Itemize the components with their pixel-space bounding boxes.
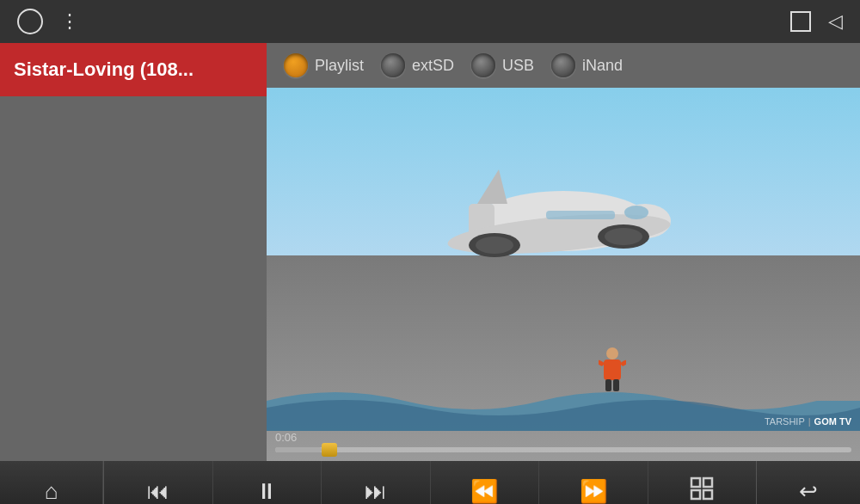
tab-playlist-label: Playlist	[315, 57, 364, 75]
watermark-gomtv: GOM TV	[814, 416, 851, 427]
next-button[interactable]: ⏭	[322, 461, 431, 504]
bottom-controls-bar: ⌂ ⏮ ⏸ ⏭ ⏪ ⏩ ↩	[0, 461, 860, 504]
prev-icon: ⏮	[147, 478, 169, 505]
forward-icon: ⏩	[580, 478, 607, 505]
tab-extsd-indicator	[381, 53, 405, 77]
progress-fill	[275, 447, 322, 452]
svg-rect-12	[604, 360, 621, 380]
back-nav-icon[interactable]: ◁	[828, 10, 843, 33]
pause-button[interactable]: ⏸	[213, 461, 322, 504]
home-button[interactable]: ⌂	[0, 461, 103, 504]
playback-controls-group: ⏮ ⏸ ⏭ ⏪ ⏩	[103, 461, 757, 504]
source-tabs: Playlist extSD USB iNand	[267, 43, 860, 88]
progress-area[interactable]: 0:06	[267, 429, 860, 452]
back-icon: ↩	[799, 478, 818, 505]
right-panel: Playlist extSD USB iNand	[267, 43, 860, 461]
svg-point-11	[606, 347, 618, 360]
video-area[interactable]: TARSHIP | GOM TV 0:06	[267, 88, 860, 461]
status-right: ◁	[790, 10, 843, 33]
airplane-silhouette	[400, 144, 727, 316]
active-playlist-item-label: Sistar-Loving (108...	[14, 58, 194, 80]
svg-point-10	[624, 206, 648, 219]
main-content: Sistar-Loving (108... Playlist extSD USB…	[0, 43, 860, 461]
svg-rect-20	[703, 490, 712, 499]
tab-usb-label: USB	[502, 57, 534, 75]
svg-rect-18	[703, 478, 712, 487]
svg-marker-3	[477, 169, 507, 204]
next-icon: ⏭	[365, 478, 387, 505]
active-playlist-item[interactable]: Sistar-Loving (108...	[0, 43, 267, 96]
svg-point-6	[476, 237, 513, 254]
square-icon[interactable]	[790, 11, 811, 32]
svg-point-8	[605, 228, 642, 245]
pause-icon: ⏸	[255, 478, 278, 505]
tab-usb[interactable]: USB	[471, 53, 534, 77]
tab-extsd-label: extSD	[412, 57, 454, 75]
rewind-icon: ⏪	[470, 478, 498, 505]
video-frame: TARSHIP | GOM TV 0:06	[267, 88, 860, 461]
progress-thumb[interactable]	[322, 443, 337, 457]
rewind-button[interactable]: ⏪	[431, 461, 540, 504]
tab-inand-label: iNand	[582, 57, 623, 75]
tab-inand-indicator	[551, 53, 575, 77]
tab-inand[interactable]: iNand	[551, 53, 623, 77]
svg-rect-19	[691, 490, 700, 499]
watermark-tarship: TARSHIP	[765, 416, 805, 427]
watermark: TARSHIP | GOM TV	[765, 416, 851, 427]
home-icon: ⌂	[45, 478, 58, 505]
circle-icon	[17, 9, 43, 34]
svg-rect-13	[599, 360, 605, 366]
prev-button[interactable]: ⏮	[104, 461, 213, 504]
forward-button[interactable]: ⏩	[539, 461, 648, 504]
current-time-label: 0:06	[275, 431, 297, 444]
back-button[interactable]: ↩	[757, 461, 860, 504]
tab-extsd[interactable]: extSD	[381, 53, 454, 77]
tab-playlist-indicator	[284, 53, 308, 77]
tab-usb-indicator	[471, 53, 495, 77]
svg-rect-17	[691, 478, 700, 487]
status-left: ⋮	[17, 9, 81, 34]
svg-rect-14	[620, 360, 626, 366]
progress-track[interactable]	[275, 447, 851, 452]
fullscreen-icon	[690, 476, 714, 505]
tab-playlist[interactable]: Playlist	[284, 53, 364, 77]
fullscreen-button[interactable]	[648, 461, 757, 504]
status-bar: ⋮ ◁	[0, 0, 860, 43]
sidebar: Sistar-Loving (108...	[0, 43, 267, 461]
dots-icon[interactable]: ⋮	[60, 10, 81, 33]
svg-rect-9	[546, 211, 615, 219]
